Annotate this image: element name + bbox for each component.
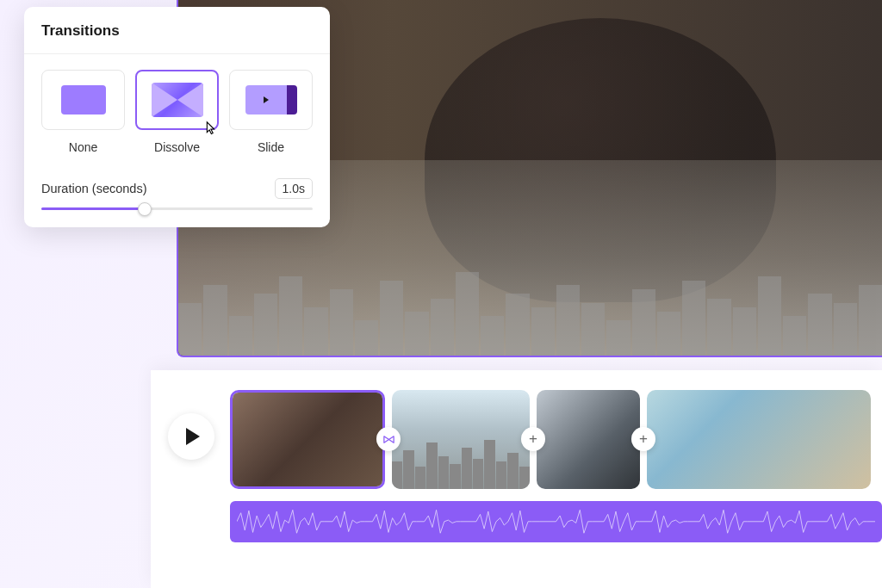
play-icon [186, 428, 200, 445]
plus-icon: + [639, 430, 648, 448]
duration-value-input[interactable]: 1.0s [275, 178, 313, 199]
add-transition-button[interactable]: + [521, 427, 545, 451]
duration-label: Duration (seconds) [41, 182, 147, 195]
clip-band-wide[interactable] [537, 390, 640, 489]
transition-option-none[interactable]: None [41, 70, 125, 154]
transitions-options: None Dissolve Slide [41, 70, 313, 154]
clip-dancers[interactable] [647, 390, 871, 489]
timeline: + + [151, 370, 882, 588]
divider [24, 53, 330, 54]
waveform-icon [237, 507, 875, 536]
transitions-panel: Transitions None Dissolve [24, 7, 330, 227]
bowtie-icon [382, 433, 395, 446]
clip-band-singer[interactable] [230, 390, 385, 489]
panel-title: Transitions [41, 22, 313, 40]
play-button[interactable] [168, 413, 214, 460]
transition-marker-dissolve[interactable] [376, 427, 401, 451]
slider-handle[interactable] [138, 202, 152, 216]
none-icon [61, 85, 106, 115]
transition-label: Slide [258, 140, 284, 154]
slider-fill [41, 207, 145, 210]
transition-label: None [69, 140, 97, 154]
duration-slider[interactable] [41, 207, 313, 210]
slide-icon [245, 85, 297, 115]
plus-icon: + [529, 430, 537, 448]
transition-option-dissolve[interactable]: Dissolve [135, 70, 219, 154]
video-clips-track: + + [230, 387, 882, 491]
audio-track[interactable] [230, 501, 882, 542]
transition-label: Dissolve [154, 140, 200, 154]
cursor-pointer-icon [201, 120, 220, 139]
add-transition-button[interactable]: + [631, 427, 655, 451]
dissolve-icon [152, 83, 203, 117]
transition-option-slide[interactable]: Slide [229, 70, 313, 154]
clip-cityscape[interactable] [392, 390, 530, 489]
